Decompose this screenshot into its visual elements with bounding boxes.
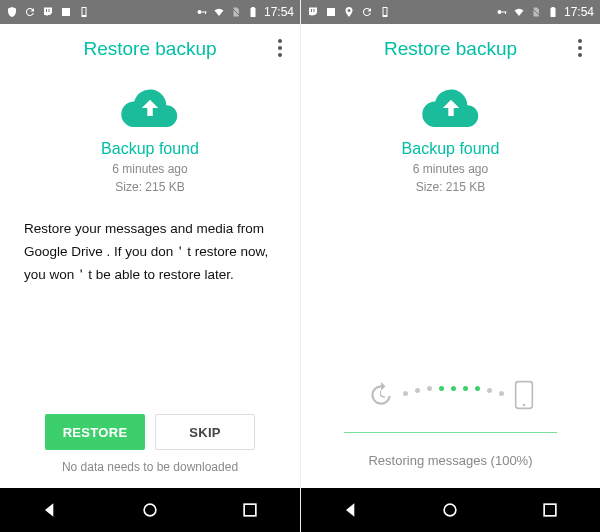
svg-point-0 <box>197 10 201 14</box>
svg-rect-4 <box>244 504 256 516</box>
cloud-upload-icon <box>120 86 180 128</box>
nav-home-button[interactable] <box>130 490 170 530</box>
backup-age: 6 minutes ago <box>413 160 488 178</box>
progress-animation <box>325 380 576 414</box>
device-icon <box>379 6 391 18</box>
backup-found-heading: Backup found <box>101 140 199 158</box>
phone-icon <box>514 380 534 414</box>
overflow-menu-button[interactable] <box>568 36 592 60</box>
download-footnote: No data needs to be downloaded <box>62 460 238 474</box>
backup-size: Size: 215 KB <box>112 178 187 196</box>
sync-icon <box>24 6 36 18</box>
screen-restore-prompt: 17:54 Restore backup Backup found 6 minu… <box>0 0 300 532</box>
page-title: Restore backup <box>83 38 216 60</box>
vpn-key-icon <box>496 6 508 18</box>
nav-recent-button[interactable] <box>230 490 270 530</box>
screen-restoring-progress: 17:54 Restore backup Backup found 6 minu… <box>300 0 600 532</box>
page-title: Restore backup <box>384 38 517 60</box>
cloud-upload-icon <box>421 86 481 128</box>
backup-meta: 6 minutes ago Size: 215 KB <box>413 160 488 196</box>
status-bar: 17:54 <box>301 0 600 24</box>
twitch-icon <box>307 6 319 18</box>
progress-label: Restoring messages (100%) <box>368 453 532 468</box>
content-area: Backup found 6 minutes ago Size: 215 KB <box>301 74 600 488</box>
wifi-icon <box>213 6 225 18</box>
status-time: 17:54 <box>564 5 594 19</box>
wifi-icon <box>513 6 525 18</box>
nav-home-button[interactable] <box>430 490 470 530</box>
nav-back-button[interactable] <box>30 490 70 530</box>
restore-button[interactable]: RESTORE <box>45 414 145 450</box>
backup-found-heading: Backup found <box>402 140 500 158</box>
status-time: 17:54 <box>264 5 294 19</box>
nav-back-button[interactable] <box>331 490 371 530</box>
backup-age: 6 minutes ago <box>112 160 187 178</box>
no-sim-icon <box>530 6 542 18</box>
battery-icon <box>247 6 259 18</box>
progress-dots <box>403 391 504 396</box>
location-icon <box>343 6 355 18</box>
nav-bar <box>301 488 600 532</box>
content-area: Backup found 6 minutes ago Size: 215 KB … <box>0 74 300 488</box>
app-bar: Restore backup <box>0 24 300 74</box>
history-icon <box>367 382 393 412</box>
button-row: RESTORE SKIP <box>45 414 255 450</box>
twitch-icon <box>42 6 54 18</box>
backup-size: Size: 215 KB <box>413 178 488 196</box>
vpn-key-icon <box>196 6 208 18</box>
progress-divider <box>344 432 557 433</box>
svg-point-9 <box>523 404 526 407</box>
skip-button[interactable]: SKIP <box>155 414 255 450</box>
battery-icon <box>547 6 559 18</box>
status-bar: 17:54 <box>0 0 300 24</box>
overflow-menu-button[interactable] <box>268 36 292 60</box>
shield-icon <box>6 6 18 18</box>
svg-point-10 <box>445 504 457 516</box>
backup-meta: 6 minutes ago Size: 215 KB <box>112 160 187 196</box>
app-bar: Restore backup <box>301 24 600 74</box>
svg-rect-7 <box>505 12 506 15</box>
no-sim-icon <box>230 6 242 18</box>
device-icon <box>78 6 90 18</box>
nav-recent-button[interactable] <box>530 490 570 530</box>
image-icon <box>60 6 72 18</box>
svg-rect-11 <box>544 504 556 516</box>
sync-icon <box>361 6 373 18</box>
nav-bar <box>0 488 300 532</box>
svg-rect-2 <box>205 12 206 15</box>
svg-point-5 <box>497 10 501 14</box>
image-icon <box>325 6 337 18</box>
svg-point-3 <box>144 504 156 516</box>
restore-description: Restore your messages and media from Goo… <box>24 218 276 287</box>
